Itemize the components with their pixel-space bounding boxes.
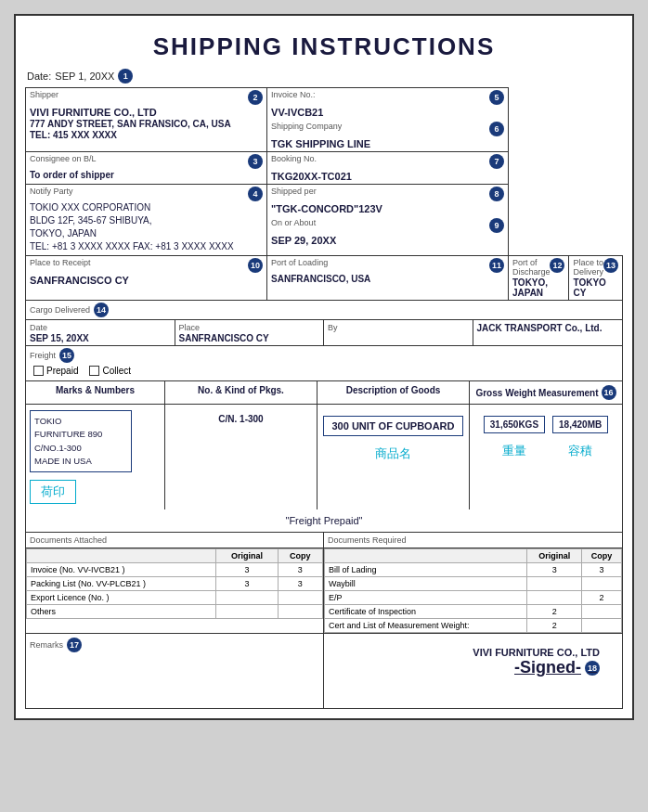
cargo-date-label: Date bbox=[30, 323, 47, 332]
docs-attached-original-header: Original bbox=[216, 549, 278, 563]
docs-attached-row: Invoice (No. VV-IVCB21 ) 3 3 bbox=[27, 563, 323, 577]
marks-line3: C/NO.1-300 bbox=[34, 442, 127, 455]
weight-measure-pair: 31,650KGS 重量 18,420MB 容積 bbox=[484, 412, 608, 459]
doc-copy: 3 bbox=[278, 577, 322, 591]
sig-signed-text: -Signed- bbox=[514, 658, 581, 677]
freight-label: Freight bbox=[30, 351, 56, 360]
docs-grid: Documents Attached Original Copy Invoice… bbox=[26, 533, 622, 633]
docs-attached-name-header bbox=[27, 549, 216, 563]
place-receipt-label: Place to Receipt bbox=[30, 258, 91, 267]
doc-original: 3 bbox=[527, 563, 582, 577]
doc-original: 2 bbox=[527, 619, 582, 633]
badge-3: 3 bbox=[248, 154, 263, 169]
remarks-header: Remarks 17 bbox=[30, 638, 319, 652]
notify-label: Notify Party bbox=[30, 187, 73, 196]
doc-name: Cert and List of Measurement Weight: bbox=[325, 619, 527, 633]
cargo-delivered-row: Cargo Delivered 14 Date SEP 15, 20XX Pla… bbox=[26, 301, 623, 346]
date-label: Date: bbox=[27, 71, 51, 82]
docs-required-row: Waybill bbox=[325, 577, 622, 591]
notify-line2: BLDG 12F, 345-67 SHIBUYA, bbox=[30, 214, 263, 227]
cargo-date-cell: Date SEP 15, 20XX bbox=[26, 320, 175, 345]
doc-original: 3 bbox=[216, 563, 278, 577]
place-receipt-value: SANFRANCISCO CY bbox=[30, 273, 263, 286]
doc-copy bbox=[582, 619, 622, 633]
docs-required-name-header bbox=[325, 549, 527, 563]
sig-company: VIVI FURNITURE CO., LTD bbox=[346, 647, 600, 658]
port-discharge-label: Port of Discharge bbox=[512, 258, 551, 277]
shipper-name: VIVI FURNITURE CO., LTD bbox=[30, 105, 263, 118]
weight-block: 31,650KGS 重量 bbox=[484, 412, 545, 459]
docs-attached-table: Original Copy Invoice (No. VV-IVCB21 ) 3… bbox=[26, 548, 323, 619]
booking-cell: Booking No. 7 TKG20XX-TC021 bbox=[267, 152, 509, 185]
freight-row: Freight 15 Prepaid Collect bbox=[26, 346, 623, 381]
badge-4: 4 bbox=[248, 187, 263, 201]
badge-10: 10 bbox=[248, 258, 263, 273]
date-value: SEP 1, 20XX bbox=[55, 71, 114, 82]
cargo-by-value: JACK TRANSPORT Co., Ltd. bbox=[477, 322, 619, 333]
remarks-col: Remarks 17 bbox=[26, 634, 324, 708]
docs-required-table: Original Copy Bill of Lading 3 3Waybill … bbox=[324, 548, 622, 633]
notify-line4: TEL: +81 3 XXXX XXXX FAX: +81 3 XXXX XXX… bbox=[30, 240, 263, 253]
docs-attached-copy-header: Copy bbox=[278, 549, 322, 563]
badge-5: 5 bbox=[489, 90, 504, 105]
shipper-address: 777 ANDY STREET, SAN FRANSICO, CA, USA bbox=[30, 118, 263, 129]
doc-original bbox=[527, 591, 582, 605]
docs-required-row: Bill of Lading 3 3 bbox=[325, 563, 622, 577]
docs-attached-row: Export Licence (No. ) bbox=[27, 591, 323, 605]
cargo-place-value: SANFRANCISCO CY bbox=[179, 332, 320, 343]
cargo-date-value: SEP 15, 20XX bbox=[30, 332, 171, 343]
cargo-col4-header: Gross Weight Measurement 16 bbox=[470, 381, 622, 404]
measurement-block: 18,420MB 容積 bbox=[552, 412, 608, 459]
shipping-instructions-form: SHIPPING INSTRUCTIONS Date: SEP 1, 20XX … bbox=[14, 14, 634, 720]
prepaid-label: Prepaid bbox=[46, 366, 78, 376]
marks-line4: MADE IN USA bbox=[34, 455, 127, 468]
doc-name: Others bbox=[27, 605, 216, 619]
consignee-cell: Consignee on B/L 3 To order of shipper bbox=[26, 152, 267, 185]
place-delivery-label: Place to Delivery bbox=[573, 258, 603, 277]
badge-16: 16 bbox=[602, 385, 616, 400]
cargo-place-cell: Place SANFRANCISCO CY bbox=[175, 320, 325, 345]
place-delivery-value: TOKYO CY bbox=[573, 277, 618, 298]
doc-original bbox=[216, 591, 278, 605]
badge-18: 18 bbox=[585, 661, 600, 676]
marks-line2: FURNITURE 890 bbox=[34, 428, 127, 441]
port-loading-label: Port of Loading bbox=[271, 258, 328, 267]
doc-copy bbox=[582, 605, 622, 619]
badge-17: 17 bbox=[67, 638, 82, 652]
doc-name: Export Licence (No. ) bbox=[27, 591, 216, 605]
measurement-label-jp: 容積 bbox=[568, 443, 592, 459]
badge-6: 6 bbox=[489, 122, 504, 136]
badge-14: 14 bbox=[94, 303, 109, 317]
docs-attached-row: Others bbox=[27, 605, 323, 619]
docs-required-copy-header: Copy bbox=[582, 549, 622, 563]
doc-name: Certificate of Inspection bbox=[325, 605, 527, 619]
marks-column: TOKIO FURNITURE 890 C/NO.1-300 MADE IN U… bbox=[26, 405, 165, 509]
doc-name: E/P bbox=[325, 591, 527, 605]
measurement-value: 18,420MB bbox=[552, 416, 608, 433]
badge-2: 2 bbox=[248, 90, 263, 105]
badge-15: 15 bbox=[59, 348, 74, 363]
docs-required-row: Cert and List of Measurement Weight: 2 bbox=[325, 619, 622, 633]
shipped-per-cell: Shipped per 8 "TGK-CONCORD"123V On or Ab… bbox=[267, 185, 509, 256]
docs-attached-header: Documents Attached bbox=[26, 533, 323, 548]
badge-12: 12 bbox=[550, 258, 564, 273]
doc-name: Bill of Lading bbox=[325, 563, 527, 577]
on-or-about-value: SEP 29, 20XX bbox=[271, 233, 504, 246]
shipped-per-label: Shipped per bbox=[271, 187, 317, 196]
sig-signed: -Signed- 18 bbox=[346, 658, 600, 677]
weight-label-jp: 重量 bbox=[502, 443, 526, 459]
notify-cell: Notify Party 4 TOKIO XXX CORPORATION BLD… bbox=[26, 185, 267, 256]
badge-7: 7 bbox=[489, 154, 504, 169]
shipper-label: Shipper bbox=[30, 90, 58, 99]
cargo-table-header: Marks & Numbers No. & Kind of Pkgs. Desc… bbox=[26, 381, 622, 405]
docs-attached-row: Packing List (No. VV-PLCB21 ) 3 3 bbox=[27, 577, 323, 591]
cargo-col1-header: Marks & Numbers bbox=[26, 381, 165, 404]
prepaid-checkbox[interactable] bbox=[33, 366, 44, 376]
cargo-by-cell: By bbox=[324, 320, 473, 345]
badge-1: 1 bbox=[118, 69, 133, 84]
badge-8: 8 bbox=[489, 187, 504, 201]
port-discharge-cell: Port of Discharge 12 TOKYO, JAPAN bbox=[508, 256, 569, 301]
doc-copy: 3 bbox=[278, 563, 322, 577]
badge-9: 9 bbox=[489, 218, 504, 233]
collect-checkbox[interactable] bbox=[89, 366, 99, 376]
